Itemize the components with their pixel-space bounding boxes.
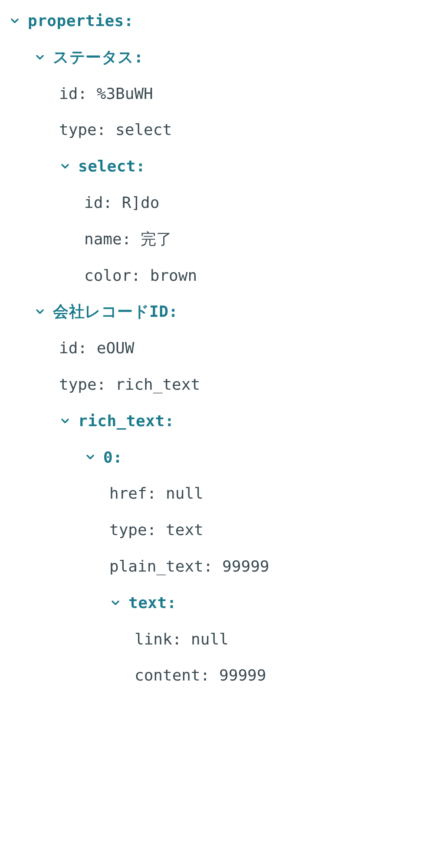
chevron-down-icon <box>59 160 71 172</box>
text-label: text: <box>128 591 177 615</box>
select-node-toggle[interactable]: select: <box>59 154 418 178</box>
chevron-down-icon <box>34 51 46 63</box>
item-0-label: 0: <box>103 445 122 470</box>
item-0-plain-text-row: plain_text: 99999 <box>109 554 418 579</box>
chevron-down-icon <box>9 15 21 27</box>
prop-key: type: <box>59 372 106 397</box>
rich-text-label: rich_text: <box>78 409 174 433</box>
chevron-down-icon <box>109 597 122 609</box>
company-record-id-node-toggle[interactable]: 会社レコードID: <box>34 299 418 324</box>
text-link-row: link: null <box>135 627 418 651</box>
prop-value: text <box>166 518 204 542</box>
prop-key: name: <box>84 227 131 251</box>
status-children: id: %3BuWH type: select select: id: <box>34 82 418 288</box>
prop-value: null <box>191 627 229 651</box>
select-name-row: name: 完了 <box>84 227 418 251</box>
company-record-id-children: id: eOUW type: rich_text rich_text: <box>34 336 418 687</box>
prop-key: plain_text: <box>109 554 213 579</box>
prop-value: select <box>115 118 172 142</box>
text-children: link: null content: 99999 <box>109 627 418 688</box>
properties-label: properties: <box>28 9 134 33</box>
status-label: ステータス: <box>53 45 144 69</box>
item-0-href-row: href: null <box>109 481 418 506</box>
item-0-node-toggle[interactable]: 0: <box>84 445 418 470</box>
prop-value: null <box>166 481 204 506</box>
prop-key: id: <box>59 336 87 360</box>
select-id-row: id: R]do <box>84 191 418 215</box>
text-content-row: content: 99999 <box>135 663 418 687</box>
prop-key: id: <box>84 191 112 215</box>
prop-value: %3BuWH <box>97 82 153 106</box>
status-node-toggle[interactable]: ステータス: <box>34 45 418 69</box>
properties-children: ステータス: id: %3BuWH type: select select: <box>9 45 418 700</box>
prop-key: href: <box>109 481 156 506</box>
prop-value: 99999 <box>222 554 269 579</box>
rich-text-node-toggle[interactable]: rich_text: <box>59 409 418 433</box>
rich-text-children: 0: href: null type: text plain_text: <box>59 445 418 688</box>
prop-key: type: <box>109 518 156 542</box>
prop-value: brown <box>150 263 197 288</box>
prop-value: 完了 <box>141 227 172 251</box>
select-label: select: <box>78 154 145 178</box>
status-type-row: type: select <box>59 118 418 142</box>
prop-key: id: <box>59 82 87 106</box>
chevron-down-icon <box>84 451 96 463</box>
properties-node-toggle[interactable]: properties: <box>9 9 418 33</box>
select-color-row: color: brown <box>84 263 418 288</box>
item-0-type-row: type: text <box>109 518 418 542</box>
prop-value: eOUW <box>97 336 135 360</box>
prop-key: type: <box>59 118 106 142</box>
company-record-id-label: 会社レコードID: <box>53 299 178 324</box>
prop-key: content: <box>135 663 210 687</box>
company-id-row: id: eOUW <box>59 336 418 360</box>
text-node-toggle[interactable]: text: <box>109 591 418 615</box>
prop-value: 99999 <box>219 663 266 687</box>
prop-value: rich_text <box>115 372 200 397</box>
select-children: id: R]do name: 完了 color: brown <box>59 191 418 287</box>
status-id-row: id: %3BuWH <box>59 82 418 106</box>
company-type-row: type: rich_text <box>59 372 418 397</box>
chevron-down-icon <box>59 415 71 427</box>
chevron-down-icon <box>34 306 46 318</box>
item-0-children: href: null type: text plain_text: 99999 <box>84 481 418 687</box>
json-tree-root: properties: ステータス: id: %3BuWH type: sele… <box>9 9 418 700</box>
prop-value: R]do <box>122 191 160 215</box>
prop-key: link: <box>135 627 181 651</box>
prop-key: color: <box>84 263 141 288</box>
